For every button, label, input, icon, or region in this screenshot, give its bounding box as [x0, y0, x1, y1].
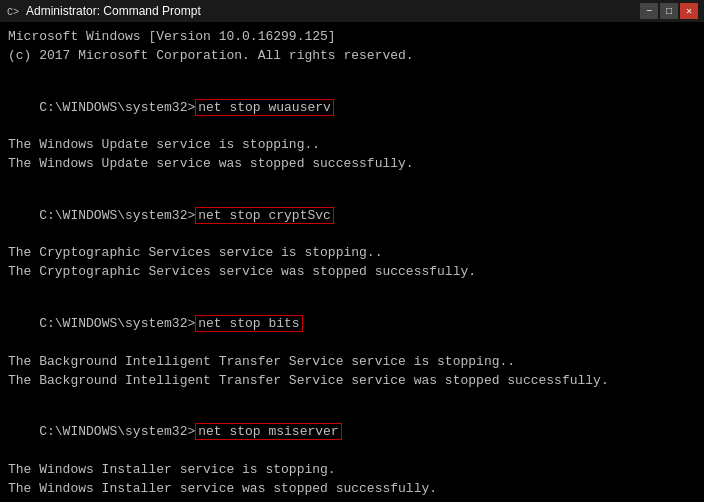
prompt1: C:\WINDOWS\system32>: [39, 100, 195, 115]
out3a: The Background Intelligent Transfer Serv…: [8, 353, 696, 372]
out1b: The Windows Update service was stopped s…: [8, 155, 696, 174]
cmd2-box: net stop cryptSvc: [195, 207, 334, 224]
maximize-button[interactable]: □: [660, 3, 678, 19]
cmd4-line: C:\WINDOWS\system32>net stop msiserver: [8, 404, 696, 461]
out3b: The Background Intelligent Transfer Serv…: [8, 372, 696, 391]
prompt4: C:\WINDOWS\system32>: [39, 424, 195, 439]
title-bar: C> Administrator: Command Prompt − □ ✕: [0, 0, 704, 22]
out1a: The Windows Update service is stopping..: [8, 136, 696, 155]
version-line: Microsoft Windows [Version 10.0.16299.12…: [8, 28, 696, 47]
out4b: The Windows Installer service was stoppe…: [8, 480, 696, 499]
svg-text:C>: C>: [7, 7, 19, 18]
out2a: The Cryptographic Services service is st…: [8, 244, 696, 263]
cmd1-line: C:\WINDOWS\system32>net stop wuauserv: [8, 80, 696, 137]
window-controls: − □ ✕: [640, 3, 698, 19]
minimize-button[interactable]: −: [640, 3, 658, 19]
cmd3-box: net stop bits: [195, 315, 302, 332]
cmd2-line: C:\WINDOWS\system32>net stop cryptSvc: [8, 188, 696, 245]
copyright-line: (c) 2017 Microsoft Corporation. All righ…: [8, 47, 696, 66]
terminal-output: Microsoft Windows [Version 10.0.16299.12…: [0, 22, 704, 502]
prompt2: C:\WINDOWS\system32>: [39, 208, 195, 223]
cmd1-box: net stop wuauserv: [195, 99, 334, 116]
cmd4-box: net stop msiserver: [195, 423, 341, 440]
cmd-icon: C>: [6, 4, 20, 18]
window-title: Administrator: Command Prompt: [26, 4, 634, 18]
close-button[interactable]: ✕: [680, 3, 698, 19]
cmd3-line: C:\WINDOWS\system32>net stop bits: [8, 296, 696, 353]
prompt3: C:\WINDOWS\system32>: [39, 316, 195, 331]
out4a: The Windows Installer service is stoppin…: [8, 461, 696, 480]
out2b: The Cryptographic Services service was s…: [8, 263, 696, 282]
